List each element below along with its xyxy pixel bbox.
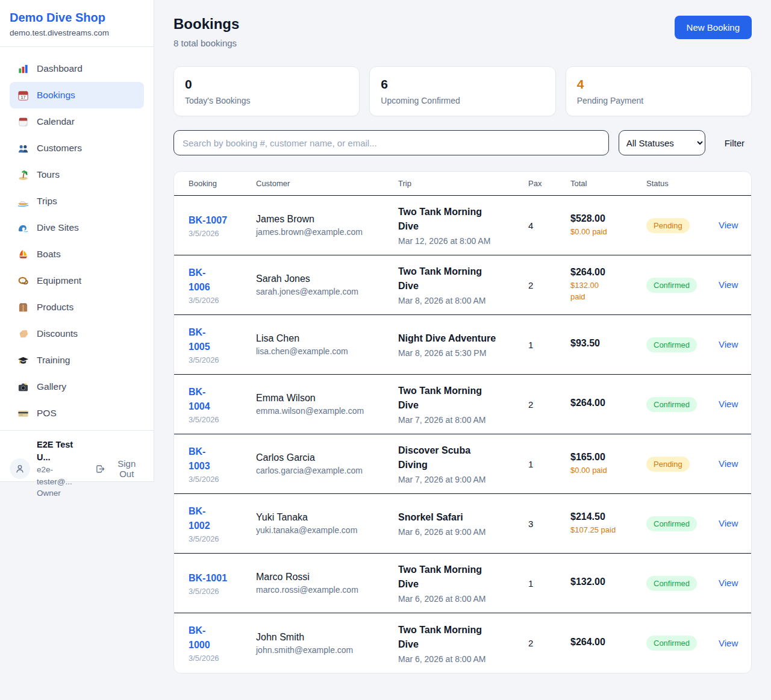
sidebar-item-gallery[interactable]: Gallery [10,373,144,400]
trip-name-line: Dive [398,219,521,234]
booking-id-link[interactable]: BK-1006 [189,266,249,295]
trip-name-line: Two Tank Morning [398,264,521,279]
view-link[interactable]: View [719,458,738,469]
sidebar: Demo Dive Shop demo.test.divestreams.com… [0,0,154,482]
booking-date: 3/5/2026 [189,587,249,596]
customer-name: Carlos Garcia [256,452,391,463]
pax-count: 4 [528,220,570,231]
booking-id-link[interactable]: BK-1004 [189,385,249,414]
status-badge: Confirmed [646,337,697,352]
sidebar-item-discounts[interactable]: Discounts [10,320,144,347]
trip-name: Two Tank MorningDive [398,205,521,234]
booking-id-link[interactable]: BK-1002 [189,504,249,533]
status-select[interactable]: All Statuses [619,130,705,155]
paid-line: paid [570,292,639,303]
bookings-table: Booking Customer Trip Pax Total Status B… [173,171,752,673]
total-amount: $264.00 [570,398,639,408]
table-row: BK-10033/5/2026 Carlos Garciacarlos.garc… [174,434,751,494]
filter-button[interactable]: Filter [717,133,752,153]
paid-line: $132.00 [570,280,639,292]
booking-id-link[interactable]: BK-1001 [189,571,249,586]
sidebar-item-dashboard[interactable]: Dashboard [10,55,144,82]
sidebar-item-boats[interactable]: Boats [10,241,144,267]
island-icon [17,169,29,181]
camera-icon [17,381,29,393]
people-icon [17,142,29,154]
search-input[interactable] [173,130,609,155]
brand-domain: demo.test.divestreams.com [10,28,144,37]
user-email: e2e-tester@... [37,464,89,487]
table-header-row: Booking Customer Trip Pax Total Status [174,172,751,196]
booking-id: BK-1001 [189,571,249,586]
graduation-cap-icon [17,354,29,366]
pax-count: 3 [528,519,570,529]
customer-name: James Brown [256,214,391,225]
view-link[interactable]: View [719,220,738,230]
booking-date: 3/5/2026 [189,355,249,364]
customer-email: sarah.jones@example.com [256,287,391,296]
sidebar-item-calendar[interactable]: Calendar [10,108,144,135]
total-amount: $214.50 [570,511,639,522]
table-row: BK-10023/5/2026 Yuki Tanakayuki.tanaka@e… [174,494,751,554]
trip-name-line: Dive [398,637,521,652]
booking-id-link[interactable]: BK-1007 [189,213,249,228]
status-badge: Pending [646,218,690,233]
sign-out-button[interactable]: Sign Out [95,458,144,479]
trip-name-line: Dive [398,577,521,592]
table-row: BK-10073/5/2026 James Brownjames.brown@e… [174,196,751,255]
tear-off-calendar-icon [17,116,29,128]
customer-email: yuki.tanaka@example.com [256,525,391,535]
customer-email: emma.wilson@example.com [256,406,391,416]
booking-id: BK- [189,445,249,459]
user-name: E2E Test U... [37,439,89,464]
booking-id-line2: 1000 [189,638,249,652]
stat-label: Pending Payment [577,96,740,105]
stat-value: 6 [381,77,544,92]
sidebar-item-customers[interactable]: Customers [10,135,144,161]
total-amount: $264.00 [570,267,639,278]
column-header-total: Total [570,179,646,188]
view-link[interactable]: View [719,518,738,528]
total-amount: $132.00 [570,577,639,587]
customer-email: marco.rossi@example.com [256,585,391,595]
booking-id-link[interactable]: BK-1005 [189,325,249,354]
new-booking-button[interactable]: New Booking [675,16,752,39]
sidebar-item-dive-sites[interactable]: Dive Sites [10,214,144,241]
sailboat-icon [17,248,29,260]
view-link[interactable]: View [719,339,738,349]
user-info: E2E Test U... e2e-tester@... Owner [37,439,89,499]
sidebar-item-bookings[interactable]: 17 Bookings [10,82,144,108]
sidebar-item-products[interactable]: Products [10,294,144,320]
sidebar-item-equipment[interactable]: Equipment [10,267,144,294]
trip-name-line: Discover Scuba [398,443,521,458]
sidebar-item-training[interactable]: Training [10,347,144,373]
stat-value: 4 [577,77,740,92]
booking-id-link[interactable]: BK-1003 [189,445,249,473]
paid-line: $0.00 paid [570,465,639,477]
svg-text:17: 17 [20,95,25,100]
stat-card-upcoming-confirmed: 6 Upcoming Confirmed [369,66,555,116]
view-link[interactable]: View [719,578,738,588]
booking-id: BK- [189,325,249,340]
view-link[interactable]: View [719,399,738,409]
booking-id-line2: 1002 [189,519,249,533]
sidebar-item-trips[interactable]: Trips [10,188,144,214]
sidebar-item-label: Products [37,302,73,313]
table-row: BK-10063/5/2026 Sarah Jonessarah.jones@e… [174,255,751,315]
column-header-pax: Pax [528,179,570,188]
customer-email: carlos.garcia@example.com [256,466,391,475]
view-link[interactable]: View [719,638,738,648]
pax-count: 1 [528,459,570,469]
view-link[interactable]: View [719,280,738,290]
booking-date: 3/5/2026 [189,296,249,305]
pax-count: 2 [528,399,570,410]
customer-email: john.smith@example.com [256,645,391,655]
booking-id-link[interactable]: BK-1000 [189,623,249,652]
pax-count: 2 [528,280,570,290]
status-badge: Confirmed [646,636,697,651]
customer-name: Sarah Jones [256,273,391,284]
sidebar-item-pos[interactable]: POS [10,400,144,427]
customer-name: Emma Wilson [256,393,391,404]
sidebar-item-tours[interactable]: Tours [10,161,144,188]
total-amount: $93.50 [570,338,639,349]
